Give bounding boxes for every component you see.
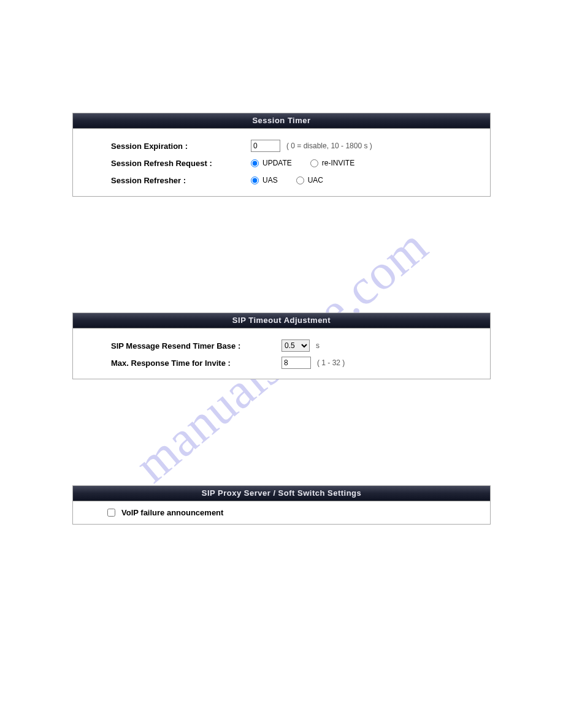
sip-timeout-panel: SIP Timeout Adjustment SIP Message Resen… [72, 313, 491, 379]
max-response-label: Max. Response Time for Invite : [73, 358, 282, 368]
voip-failure-label: VoIP failure announcement [121, 508, 223, 517]
session-refresh-request-label: Session Refresh Request : [73, 159, 251, 168]
max-response-hint: ( 1 - 32 ) [317, 358, 345, 367]
session-expiration-row: Session Expiration : ( 0 = disable, 10 -… [73, 137, 490, 154]
uas-radio[interactable] [251, 176, 259, 184]
uac-radio-label: UAC [308, 176, 323, 184]
resend-timer-label: SIP Message Resend Timer Base : [73, 341, 282, 351]
voip-failure-row: VoIP failure announcement [73, 508, 490, 517]
uas-radio-label: UAS [262, 176, 278, 184]
session-timer-body: Session Expiration : ( 0 = disable, 10 -… [73, 129, 490, 196]
session-expiration-input[interactable] [251, 140, 280, 152]
sip-timeout-header: SIP Timeout Adjustment [73, 313, 490, 328]
uac-radio[interactable] [296, 176, 304, 184]
sip-proxy-panel: SIP Proxy Server / Soft Switch Settings … [72, 485, 491, 525]
reinvite-radio[interactable] [310, 159, 318, 167]
voip-failure-checkbox[interactable] [107, 509, 115, 517]
update-radio-label: UPDATE [262, 159, 292, 167]
resend-timer-unit: s [316, 341, 320, 350]
max-response-row: Max. Response Time for Invite : ( 1 - 32… [73, 354, 490, 371]
session-timer-header: Session Timer [73, 113, 490, 129]
sip-timeout-body: SIP Message Resend Timer Base : 0.5 s Ma… [73, 328, 490, 379]
reinvite-radio-label: re-INVITE [322, 159, 354, 167]
sip-proxy-body: VoIP failure announcement [73, 501, 490, 524]
resend-timer-select[interactable]: 0.5 [282, 339, 310, 352]
resend-timer-row: SIP Message Resend Timer Base : 0.5 s [73, 337, 490, 354]
session-refresh-request-row: Session Refresh Request : UPDATE re-INVI… [73, 154, 490, 172]
max-response-input[interactable] [282, 357, 311, 369]
sip-proxy-header: SIP Proxy Server / Soft Switch Settings [73, 486, 490, 501]
update-radio[interactable] [251, 159, 259, 167]
session-timer-panel: Session Timer Session Expiration : ( 0 =… [72, 113, 491, 197]
session-refresher-label: Session Refresher : [73, 176, 251, 185]
session-expiration-hint: ( 0 = disable, 10 - 1800 s ) [286, 142, 372, 150]
session-refresher-row: Session Refresher : UAS UAC [73, 172, 490, 189]
session-expiration-label: Session Expiration : [73, 142, 251, 151]
